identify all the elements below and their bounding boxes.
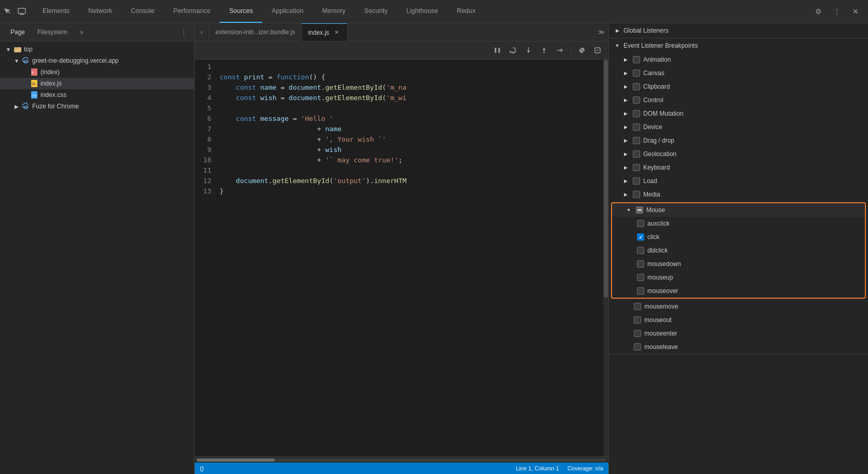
status-format-btn[interactable]: {} — [200, 465, 204, 471]
code-editor[interactable]: 1 2 3 4 5 6 7 8 9 10 11 12 13 — [195, 60, 608, 456]
close-devtools-icon[interactable]: ✕ — [848, 4, 863, 19]
clipboard-checkbox[interactable] — [633, 83, 640, 90]
tree-item-indexcss[interactable]: CSS index.css — [0, 89, 194, 101]
tree-item-indexjs[interactable]: JS index.js — [0, 78, 194, 89]
bp-item-mousemove[interactable]: mousemove — [609, 300, 868, 313]
click-checkbox[interactable]: ✓ — [637, 233, 644, 241]
code-line-12: document.getElementById('output').innerH… — [220, 176, 608, 186]
global-listeners-header[interactable]: Global Listeners — [609, 23, 868, 38]
settings-icon[interactable]: ⚙ — [811, 4, 825, 19]
cloud-icon-fuze — [22, 102, 30, 110]
tab-lighthouse[interactable]: Lighthouse — [397, 0, 447, 23]
bp-item-control[interactable]: Control — [609, 93, 868, 107]
keyboard-checkbox[interactable] — [633, 164, 640, 171]
tree-item-vercel[interactable]: greet-me-debugging.vercel.app — [0, 55, 194, 66]
canvas-checkbox[interactable] — [633, 69, 640, 77]
status-line-col[interactable]: Line 1, Column 1 — [516, 465, 559, 471]
bp-item-animation[interactable]: Animation — [609, 53, 868, 66]
tree-item-fuze[interactable]: Fuze for Chrome — [0, 101, 194, 112]
mousedown-checkbox[interactable] — [637, 260, 644, 268]
bp-item-device[interactable]: Device — [609, 120, 868, 134]
bp-item-mouseenter[interactable]: mouseenter — [609, 327, 868, 340]
subtab-filesystem[interactable]: Filesystem — [31, 23, 73, 41]
editor-more-tabs-icon[interactable]: ≫ — [594, 23, 608, 41]
devtools-device-icon[interactable] — [15, 4, 29, 19]
event-breakpoints-arrow — [613, 41, 621, 50]
bp-item-media[interactable]: Media — [609, 188, 868, 201]
editor-tab-close-icon[interactable]: ✕ — [332, 29, 341, 37]
mouse-checkbox[interactable] — [636, 206, 643, 214]
tab-network[interactable]: Network — [79, 0, 121, 23]
bp-item-mousedown[interactable]: mousedown — [612, 257, 865, 271]
more-options-icon[interactable]: ⋮ — [830, 4, 844, 19]
bp-item-drag-drop[interactable]: Drag / drop — [609, 134, 868, 147]
horizontal-scrollbar[interactable] — [195, 456, 608, 463]
dom-mutation-checkbox[interactable] — [633, 110, 640, 117]
editor-tab-prev-icon[interactable]: ‹ — [195, 23, 209, 41]
mouseout-checkbox[interactable] — [634, 316, 641, 324]
pause-btn[interactable] — [491, 44, 504, 57]
tab-elements[interactable]: Elements — [33, 0, 79, 23]
panel-menu-icon[interactable]: ⋮ — [178, 26, 190, 38]
bp-item-mouseup[interactable]: mouseup — [612, 271, 865, 284]
auxclick-checkbox[interactable] — [637, 220, 644, 227]
step-over-btn[interactable] — [506, 44, 520, 57]
bp-item-auxclick[interactable]: auxclick — [612, 217, 865, 230]
code-content: 1 2 3 4 5 6 7 8 9 10 11 12 13 — [195, 60, 608, 199]
tree-arrow-vercel — [12, 57, 21, 65]
bp-item-keyboard[interactable]: Keyboard — [609, 161, 868, 174]
code-line-6: const message = 'Hello ' — [220, 114, 608, 124]
device-checkbox[interactable] — [633, 123, 640, 131]
tab-redux[interactable]: Redux — [447, 0, 485, 23]
canvas-arrow — [621, 69, 630, 77]
bp-item-mouseleave[interactable]: mouseleave — [609, 340, 868, 354]
tab-performance[interactable]: Performance — [164, 0, 220, 23]
step-btn[interactable] — [553, 44, 566, 57]
step-into-btn[interactable] — [522, 44, 535, 57]
step-out-btn[interactable] — [537, 44, 551, 57]
bp-item-canvas[interactable]: Canvas — [609, 66, 868, 80]
vertical-scrollbar[interactable] — [603, 60, 608, 456]
more-tabs-icon[interactable]: » — [75, 26, 88, 38]
bp-item-geolocation[interactable]: Geolocation — [609, 147, 868, 161]
tree-item-top[interactable]: top — [0, 44, 194, 55]
tree-arrow-fuze — [12, 102, 21, 110]
bp-item-dblclick[interactable]: dblclick — [612, 244, 865, 257]
bp-item-mouseout[interactable]: mouseout — [609, 313, 868, 327]
mouseover-checkbox[interactable] — [637, 287, 644, 295]
bp-item-dom-mutation[interactable]: DOM Mutation — [609, 107, 868, 120]
tab-console[interactable]: Console — [121, 0, 164, 23]
load-checkbox[interactable] — [633, 177, 640, 185]
editor-tab-indexjs[interactable]: index.js ✕ — [302, 23, 347, 41]
tab-memory[interactable]: Memory — [313, 0, 355, 23]
code-line-3: const name = document.getElementById('m_… — [220, 82, 608, 93]
devtools-cursor-icon[interactable] — [0, 4, 15, 19]
code-line-11 — [220, 165, 608, 176]
bp-item-click[interactable]: ✓ click — [612, 230, 865, 244]
event-breakpoints-header[interactable]: Event Listener Breakpoints — [609, 38, 868, 53]
dont-pause-exceptions-btn[interactable] — [591, 44, 604, 57]
bp-item-mouseover[interactable]: mouseover — [612, 284, 865, 298]
tab-application[interactable]: Application — [262, 0, 313, 23]
tab-sources[interactable]: Sources — [220, 0, 262, 23]
mouseenter-checkbox[interactable] — [634, 330, 641, 337]
subtab-page[interactable]: Page — [4, 23, 31, 41]
mouseleave-checkbox[interactable] — [634, 343, 641, 351]
bp-item-mouse-header[interactable]: Mouse — [612, 203, 865, 217]
drag-drop-checkbox[interactable] — [633, 137, 640, 144]
editor-tab-bundle[interactable]: extension-initi...izer.bundle.js — [209, 23, 302, 41]
status-coverage[interactable]: Coverage: n/a — [567, 465, 603, 471]
deactivate-breakpoints-btn[interactable] — [575, 44, 589, 57]
control-checkbox[interactable] — [633, 96, 640, 104]
tree-item-index[interactable]: H (index) — [0, 66, 194, 78]
mousemove-checkbox[interactable] — [634, 303, 641, 310]
dblclick-checkbox[interactable] — [637, 247, 644, 254]
tab-security[interactable]: Security — [355, 0, 397, 23]
bp-item-load[interactable]: Load — [609, 174, 868, 188]
animation-checkbox[interactable] — [633, 56, 640, 63]
geolocation-checkbox[interactable] — [633, 150, 640, 158]
bp-item-clipboard[interactable]: Clipboard — [609, 80, 868, 93]
mouseup-checkbox[interactable] — [637, 274, 644, 281]
global-listeners-section: Global Listeners — [609, 23, 868, 38]
media-checkbox[interactable] — [633, 191, 640, 198]
